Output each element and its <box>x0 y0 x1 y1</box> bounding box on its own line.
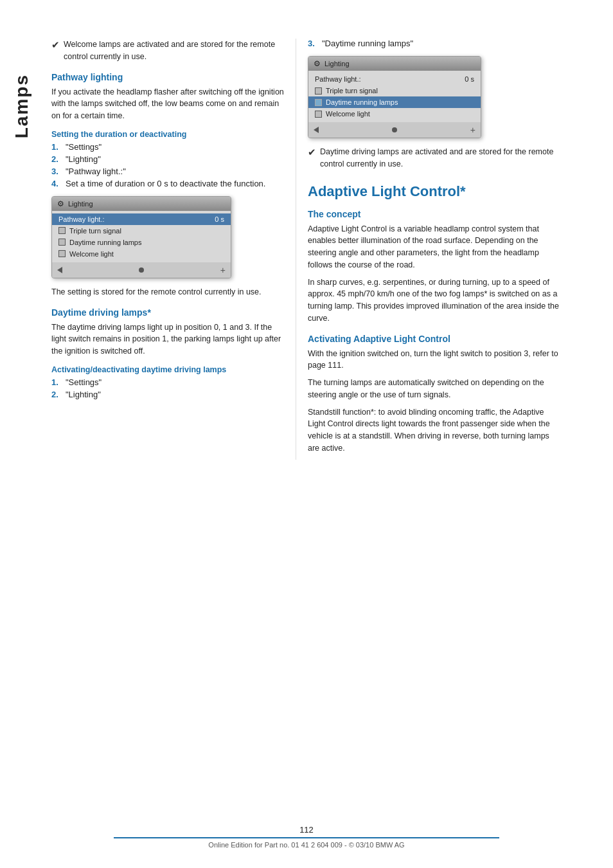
gear-icon: ⚙ <box>57 199 64 208</box>
ui-row-r-triple: Triple turn signal <box>308 85 481 96</box>
footer-divider <box>114 837 499 838</box>
list-num-2: 2. <box>51 154 66 164</box>
ui-screenshot-left: ⚙ Lighting Pathway light.: 0 s Triple tu… <box>51 196 231 278</box>
activating-body1: With the ignition switched on, turn the … <box>308 348 560 372</box>
list-item-d2: 2. "Lighting" <box>51 390 284 399</box>
daytime-lamps-title: Daytime driving lamps* <box>51 307 284 318</box>
left-column: ✔ Welcome lamps are activated and are st… <box>45 39 296 460</box>
nav-plus-icon-right: + <box>470 125 475 135</box>
list-item: 1. "Settings" <box>51 142 284 152</box>
nav-dot-right <box>392 127 397 132</box>
list-item-d1: 1. "Settings" <box>51 377 284 387</box>
ui-label-daytime: Daytime running lamps <box>69 239 224 246</box>
page-footer: 112 Online Edition for Part no. 01 41 2 … <box>0 825 613 849</box>
ui-label-r-triple: Triple turn signal <box>326 87 474 95</box>
list-item: 3. "Pathway light.:" <box>51 167 284 176</box>
ui-value-pathway: 0 s <box>215 215 224 223</box>
ui-row-r-daytime: Daytime running lamps <box>308 96 481 108</box>
right-column: 3. "Daytime running lamps" ⚙ Lighting Pa… <box>296 39 572 460</box>
list-text-1: "Settings" <box>66 142 284 152</box>
list-text-r3: "Daytime running lamps" <box>322 39 560 48</box>
concept-title: The concept <box>308 209 560 219</box>
gear-icon-right: ⚙ <box>314 59 321 68</box>
ui-row-r-pathway: Pathway light.: 0 s <box>308 73 481 85</box>
left-arrow-icon-right <box>314 127 319 133</box>
ui-nav-left: + <box>52 262 231 278</box>
list-num-1: 1. <box>51 142 66 152</box>
list-item: 2. "Lighting" <box>51 154 284 164</box>
ui-checkbox-daytime <box>58 239 66 246</box>
daytime-checkmark-note: ✔ Daytime driving lamps are activated an… <box>308 146 560 170</box>
checkmark-daytime-icon: ✔ <box>308 147 316 158</box>
list-num-3: 3. <box>51 167 66 176</box>
ui-row-triple: Triple turn signal <box>52 225 231 237</box>
ui-row-pathway: Pathway light.: 0 s <box>52 213 231 225</box>
concept-body2: In sharp curves, e.g. serpentines, or du… <box>308 276 560 325</box>
ui-checkbox-welcome <box>58 250 66 257</box>
ui-title-bar-left: ⚙ Lighting <box>52 197 231 211</box>
ui-label-r-daytime: Daytime running lamps <box>326 98 474 106</box>
activating-title: Activating Adaptive Light Control <box>308 334 560 344</box>
ui-row-welcome: Welcome light <box>52 248 231 260</box>
nav-plus-icon: + <box>220 265 226 275</box>
daytime-lamps-body: The daytime driving lamps light up in po… <box>51 321 284 357</box>
ui-label-r-welcome: Welcome light <box>326 110 474 118</box>
ui-body-right: Pathway light.: 0 s Triple turn signal D… <box>308 71 481 122</box>
ui-checkbox-triple <box>58 227 66 234</box>
ui-label-pathway: Pathway light.: <box>58 215 215 223</box>
page-number: 112 <box>299 825 314 835</box>
footer-text: Online Edition for Part no. 01 41 2 604 … <box>208 841 404 849</box>
checkmark-icon: ✔ <box>51 39 60 51</box>
ui-label-welcome: Welcome light <box>69 250 224 258</box>
ui-checkbox-r-daytime <box>315 99 322 106</box>
activating-body3: Standstill function*: to avoid blinding … <box>308 406 560 455</box>
activating-body2: The turning lamps are automatically swit… <box>308 377 560 401</box>
list-num-d1: 1. <box>51 377 66 387</box>
left-arrow-icon <box>57 267 62 273</box>
ui-screenshot-right: ⚙ Lighting Pathway light.: 0 s Triple tu… <box>308 56 481 138</box>
ui-label-r-pathway: Pathway light.: <box>315 75 465 83</box>
ui-row-daytime: Daytime running lamps <box>52 237 231 248</box>
setting-note: The setting is stored for the remote con… <box>51 286 284 298</box>
ui-row-r-welcome: Welcome light <box>308 108 481 120</box>
list-text-d1: "Settings" <box>66 377 284 387</box>
list-item-r3: 3. "Daytime running lamps" <box>308 39 560 48</box>
nav-dot <box>139 267 144 273</box>
list-text-d2: "Lighting" <box>66 390 284 399</box>
ui-label-triple: Triple turn signal <box>69 227 224 235</box>
setting-duration-title: Setting the duration or deactivating <box>51 130 284 139</box>
activating-daytime-title: Activating/deactivating daytime driving … <box>51 365 284 374</box>
list-text-2: "Lighting" <box>66 154 284 164</box>
ui-nav-right: + <box>308 122 481 138</box>
daytime-checkmark-text: Daytime driving lamps are activated and … <box>320 146 560 170</box>
ui-body-left: Pathway light.: 0 s Triple turn signal D… <box>52 211 231 262</box>
sidebar-label: Lamps <box>12 74 32 138</box>
list-num-4: 4. <box>51 179 66 188</box>
ui-checkbox-r-welcome <box>315 111 322 118</box>
list-text-3: "Pathway light.:" <box>66 167 284 176</box>
ui-title-text-right: Lighting <box>324 60 350 68</box>
pathway-lighting-title: Pathway lighting <box>51 72 284 82</box>
welcome-lamps-note: ✔ Welcome lamps are activated and are st… <box>51 39 284 63</box>
adaptive-section-title: Adaptive Light Control* <box>308 183 560 200</box>
list-item: 4. Set a time of duration or 0 s to deac… <box>51 179 284 188</box>
ui-title-text-left: Lighting <box>68 200 93 208</box>
welcome-lamps-text: Welcome lamps are activated and are stor… <box>64 39 284 63</box>
pathway-lighting-body: If you activate the headlamp flasher aft… <box>51 86 284 122</box>
list-text-4: Set a time of duration or 0 s to deactiv… <box>66 179 284 188</box>
ui-value-r-pathway: 0 s <box>465 75 474 83</box>
ui-title-bar-right: ⚙ Lighting <box>308 57 481 71</box>
list-num-d2: 2. <box>51 390 66 399</box>
ui-checkbox-r-triple <box>315 87 322 95</box>
list-num-r3: 3. <box>308 39 322 48</box>
concept-body1: Adaptive Light Control is a variable hea… <box>308 223 560 271</box>
